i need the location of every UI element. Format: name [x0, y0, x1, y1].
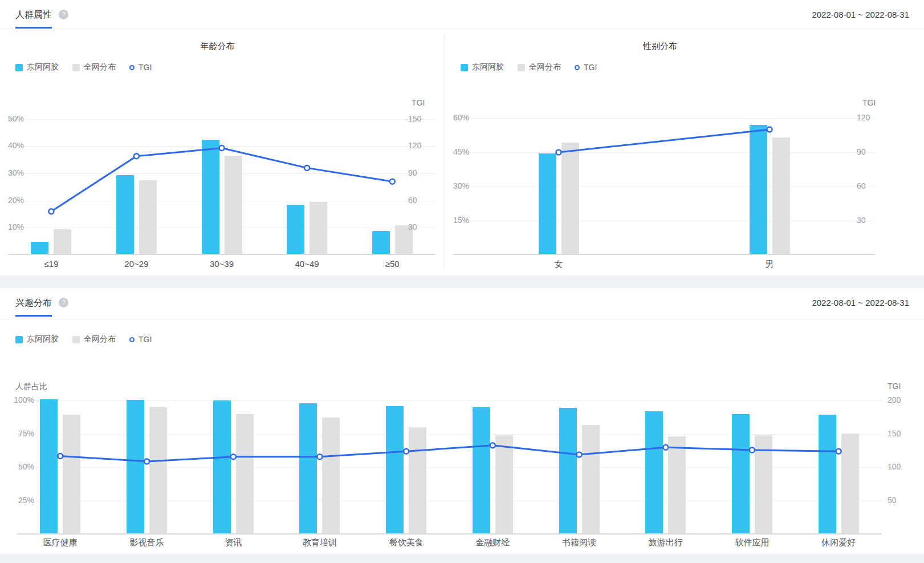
y-axis-label: 45%	[445, 147, 469, 157]
legend-item-全网分布[interactable]: 全网分布	[72, 334, 116, 345]
x-axis-label: 男	[664, 259, 875, 272]
x-axis-label: 旅游出行	[622, 537, 709, 550]
legend-label: TGI	[139, 63, 152, 72]
tgi-point[interactable]	[490, 443, 495, 448]
section-title: 人群属性	[15, 9, 52, 29]
legend-item-TGI[interactable]: TGI	[129, 63, 152, 72]
y-axis-label: 75%	[0, 429, 34, 439]
y-axis-label: 30%	[445, 181, 469, 192]
right-axis-label: 30	[408, 222, 438, 233]
right-axis-label: 150	[408, 114, 438, 124]
x-axis-label: ≥50	[349, 259, 435, 272]
legend-label: 东阿阿胶	[27, 334, 59, 345]
tgi-line	[559, 129, 770, 152]
right-axis-label: 150	[888, 429, 917, 439]
tgi-point[interactable]	[577, 452, 582, 457]
legend-item-东阿阿胶[interactable]: 东阿阿胶	[461, 62, 504, 72]
interest-distribution-chart: 东阿阿胶全网分布TGI 人群占比 TGI 25%50%75%100%501001…	[0, 288, 924, 554]
tgi-point[interactable]	[404, 449, 409, 454]
tgi-point[interactable]	[390, 179, 395, 184]
x-axis-label: 30~39	[179, 259, 264, 272]
age-distribution-chart: 年龄分布 东阿阿胶全网分布TGI TGI 10%20%30%40%50%3060…	[0, 30, 445, 276]
y-axis-label: 100%	[0, 395, 34, 406]
legend-item-东阿阿胶[interactable]: 东阿阿胶	[15, 62, 59, 72]
series-swatch-icon	[461, 64, 468, 71]
x-axis-label: 教育培训	[276, 537, 363, 550]
right-axis-label: 30	[857, 216, 886, 226]
legend-item-东阿阿胶[interactable]: 东阿阿胶	[15, 334, 59, 345]
gender-distribution-chart: 性别分布 东阿阿胶全网分布TGI TGI 15%30%45%60%3060901…	[445, 30, 924, 276]
y-axis-label: 15%	[445, 216, 469, 226]
tgi-point[interactable]	[144, 459, 149, 464]
legend-label: 全网分布	[529, 62, 561, 72]
y-axis-label: 60%	[445, 113, 469, 123]
tgi-point[interactable]	[219, 145, 225, 151]
tgi-point[interactable]	[58, 453, 63, 459]
tgi-point[interactable]	[134, 153, 139, 159]
legend-item-全网分布[interactable]: 全网分布	[518, 62, 561, 72]
right-axis-label: 60	[408, 196, 438, 206]
help-icon[interactable]: ?	[59, 10, 68, 19]
tgi-point[interactable]	[556, 150, 561, 155]
tgi-marker-icon	[575, 65, 580, 70]
x-axis-label: 餐饮美食	[363, 537, 450, 550]
x-axis-label: 书籍阅读	[536, 537, 622, 550]
y-axis-label: 30%	[0, 168, 24, 179]
chart-title: 性别分布	[445, 41, 875, 52]
series-swatch-icon	[518, 64, 525, 71]
tgi-line-layer	[17, 393, 882, 534]
tgi-point[interactable]	[304, 165, 310, 171]
series-swatch-icon	[72, 64, 80, 71]
x-axis-label: 资讯	[190, 537, 276, 550]
right-axis-title: TGI	[862, 98, 876, 107]
x-axis-label: 软件应用	[709, 537, 796, 550]
tgi-marker-icon	[129, 65, 135, 70]
right-axis-label: 120	[857, 113, 886, 123]
tgi-point[interactable]	[767, 127, 772, 132]
tgi-point[interactable]	[48, 209, 54, 214]
right-axis-label: 120	[408, 141, 438, 151]
plot-area	[17, 393, 882, 534]
tgi-point[interactable]	[317, 454, 322, 459]
tgi-line	[51, 148, 392, 212]
left-axis-title: 人群占比	[15, 382, 47, 392]
x-axis-label: 医疗健康	[17, 537, 104, 550]
y-axis-label: 25%	[0, 496, 34, 506]
right-axis-label: 90	[857, 147, 886, 157]
tab-audience-attributes[interactable]: 人群属性 ?	[15, 9, 68, 29]
tgi-point[interactable]	[663, 445, 668, 450]
charts-row: 年龄分布 东阿阿胶全网分布TGI TGI 10%20%30%40%50%3060…	[0, 30, 924, 276]
legend-label: 全网分布	[84, 334, 116, 345]
x-axis-label: ≤19	[9, 259, 94, 272]
tgi-point[interactable]	[231, 454, 236, 459]
right-axis-title: TGI	[888, 382, 901, 391]
series-swatch-icon	[72, 336, 80, 343]
legend-label: TGI	[139, 335, 152, 344]
legend: 东阿阿胶全网分布TGI	[461, 62, 610, 73]
tgi-line-layer	[9, 103, 435, 255]
legend-label: 东阿阿胶	[472, 62, 504, 72]
plot-area	[9, 103, 435, 255]
right-axis-label: 50	[888, 496, 917, 506]
legend-item-TGI[interactable]: TGI	[575, 63, 597, 72]
audience-attributes-section: 人群属性 ? 2022-08-01 ~ 2022-08-31 年龄分布 东阿阿胶…	[0, 0, 924, 276]
legend: 东阿阿胶全网分布TGI	[15, 62, 165, 73]
chart-title: 年龄分布	[0, 41, 435, 52]
y-axis-label: 50%	[0, 462, 34, 472]
legend-item-TGI[interactable]: TGI	[129, 335, 152, 344]
x-axis-label: 金融财经	[450, 537, 536, 550]
legend-label: 东阿阿胶	[27, 62, 59, 72]
legend-label: TGI	[584, 63, 597, 72]
y-axis-label: 10%	[0, 222, 24, 233]
legend-item-全网分布[interactable]: 全网分布	[72, 62, 116, 72]
tgi-point[interactable]	[836, 449, 841, 454]
tgi-point[interactable]	[750, 447, 755, 452]
section-header: 人群属性 ? 2022-08-01 ~ 2022-08-31	[0, 0, 924, 29]
tgi-line	[60, 445, 838, 461]
x-axis-label: 休闲爱好	[795, 537, 882, 550]
right-axis-label: 100	[888, 462, 917, 472]
right-axis-label: 200	[888, 395, 917, 406]
right-axis-label: 60	[857, 181, 886, 192]
date-range: 2022-08-01 ~ 2022-08-31	[812, 10, 909, 19]
legend: 东阿阿胶全网分布TGI	[15, 334, 165, 345]
